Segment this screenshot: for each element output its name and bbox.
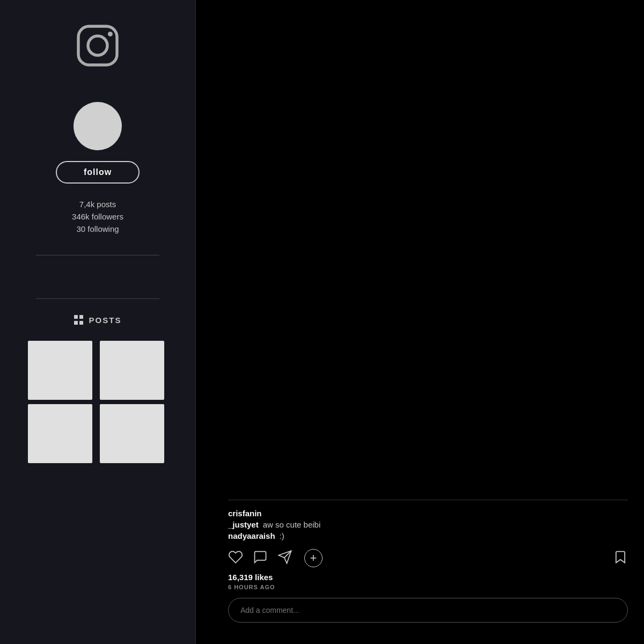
posts-tab[interactable]: POSTS <box>74 315 122 325</box>
sidebar: follow 7,4k posts 346k followers 30 foll… <box>0 0 196 644</box>
posts-grid <box>28 341 167 463</box>
comment-text-2: :) <box>280 531 284 540</box>
svg-point-1 <box>88 36 107 55</box>
followers-count: 346k followers <box>72 212 123 221</box>
bookmark-icon[interactable] <box>613 550 628 567</box>
comment-row-2: nadyaaraish :) <box>228 531 628 540</box>
profile-stats: 7,4k posts 346k followers 30 following <box>72 200 123 233</box>
avatar <box>74 102 122 150</box>
divider-1 <box>36 255 159 255</box>
post-thumb-2[interactable] <box>100 341 164 400</box>
comment-author-2[interactable]: nadyaaraish <box>228 531 275 540</box>
post-top-divider <box>228 500 628 500</box>
posts-tab-label: POSTS <box>89 316 122 325</box>
add-comment-input[interactable] <box>228 598 628 623</box>
posts-count: 7,4k posts <box>79 200 116 209</box>
action-row: + <box>228 549 628 567</box>
heart-icon[interactable] <box>228 550 243 567</box>
post-username[interactable]: crisfanin <box>228 509 628 518</box>
comment-text-1: aw so cute beibi <box>263 520 321 529</box>
post-thumb-4[interactable] <box>100 404 164 463</box>
instagram-logo-icon <box>74 21 122 70</box>
post-thumb-1[interactable] <box>28 341 92 400</box>
time-ago: 6 HOURS AGO <box>228 584 628 590</box>
comment-icon[interactable] <box>253 550 268 567</box>
comment-row-1: _justyet aw so cute beibi <box>228 520 628 529</box>
svg-point-2 <box>108 32 113 36</box>
add-icon[interactable]: + <box>304 549 323 567</box>
grid-icon <box>74 315 84 325</box>
share-icon[interactable] <box>277 550 292 567</box>
divider-2 <box>36 298 159 299</box>
comment-author-1[interactable]: _justyet <box>228 520 259 529</box>
post-thumb-3[interactable] <box>28 404 92 463</box>
follow-button[interactable]: follow <box>56 161 140 184</box>
post-panel: crisfanin _justyet aw so cute beibi nady… <box>196 500 644 633</box>
likes-count: 16,319 likes <box>228 573 628 582</box>
main-area: crisfanin _justyet aw so cute beibi nady… <box>196 0 644 644</box>
following-count: 30 following <box>76 224 119 233</box>
